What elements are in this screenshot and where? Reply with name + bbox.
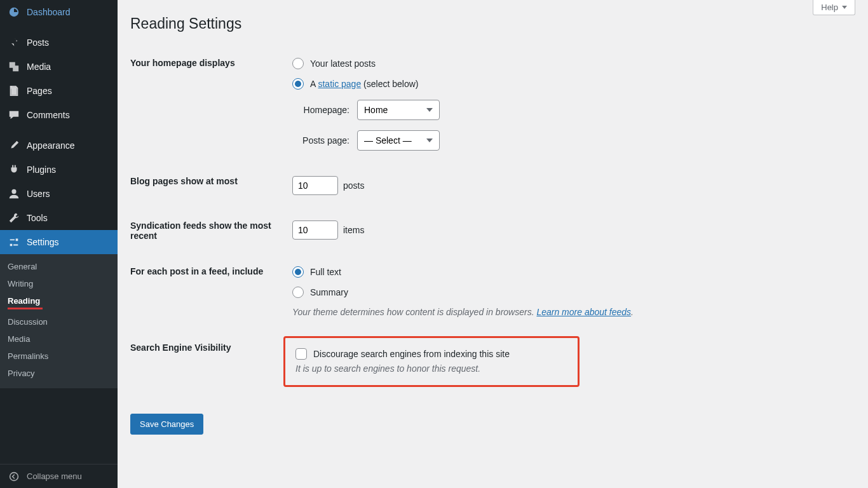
dashboard-icon <box>8 6 20 18</box>
syndication-unit: items <box>343 225 364 235</box>
comment-icon <box>8 109 20 121</box>
blog-pages-input[interactable] <box>292 176 338 195</box>
postspage-select[interactable]: — Select — <box>357 130 440 151</box>
radio-label-full: Full text <box>310 267 341 277</box>
postspage-select-label: Posts page: <box>292 135 349 146</box>
search-visibility-desc: It is up to search engines to honor this… <box>295 363 567 374</box>
pin-icon <box>8 36 20 49</box>
feed-description: Your theme determines how content is dis… <box>292 307 849 317</box>
sidebar-item-posts[interactable]: Posts <box>0 30 118 55</box>
sidebar-item-label: Pages <box>27 86 52 96</box>
save-changes-button[interactable]: Save Changes <box>130 414 203 435</box>
sidebar-item-dashboard[interactable]: Dashboard <box>0 0 118 24</box>
svg-point-2 <box>10 472 18 480</box>
help-label: Help <box>821 3 838 12</box>
svg-point-1 <box>11 189 16 194</box>
sidebar-item-plugins[interactable]: Plugins <box>0 158 118 182</box>
sliders-icon <box>8 236 20 248</box>
sidebar-item-comments[interactable]: Comments <box>0 103 118 127</box>
row-label-homepage: Your homepage displays <box>130 45 292 163</box>
submenu-item-privacy[interactable]: Privacy <box>0 365 118 382</box>
submenu-item-writing[interactable]: Writing <box>0 275 118 292</box>
collapse-icon <box>8 470 20 483</box>
radio-label-latest: Your latest posts <box>310 58 376 69</box>
settings-form: Your homepage displays Your latest posts… <box>130 45 855 400</box>
sidebar-item-label: Users <box>27 189 50 199</box>
user-icon <box>8 187 20 200</box>
sidebar-item-label: Dashboard <box>27 7 71 17</box>
sidebar-item-label: Media <box>27 62 51 72</box>
sidebar-item-label: Comments <box>27 110 70 120</box>
syndication-input[interactable] <box>292 220 338 240</box>
pages-icon <box>8 85 20 97</box>
sidebar-item-pages[interactable]: Pages <box>0 79 118 103</box>
submenu-item-reading[interactable]: Reading <box>0 292 118 313</box>
static-page-link[interactable]: static page <box>318 79 361 89</box>
radio-static-page[interactable] <box>292 78 304 90</box>
admin-sidebar: Dashboard Posts Media Pages Comments App… <box>0 0 118 488</box>
discourage-search-checkbox[interactable] <box>295 348 307 360</box>
highlight-box: Discourage search engines from indexing … <box>283 336 580 387</box>
svg-rect-0 <box>11 87 17 95</box>
homepage-select[interactable]: Home <box>357 100 440 120</box>
sidebar-item-settings[interactable]: Settings <box>0 230 118 254</box>
collapse-label: Collapse menu <box>27 471 82 481</box>
collapse-menu-button[interactable]: Collapse menu <box>0 464 118 488</box>
blog-pages-unit: posts <box>343 180 364 191</box>
brush-icon <box>8 139 20 152</box>
sidebar-item-users[interactable]: Users <box>0 182 118 206</box>
help-tab[interactable]: Help <box>813 0 855 15</box>
row-label-syndication: Syndication feeds show the most recent <box>130 208 292 254</box>
sidebar-item-tools[interactable]: Tools <box>0 206 118 230</box>
wrench-icon <box>8 212 20 224</box>
submenu-item-discussion[interactable]: Discussion <box>0 313 118 330</box>
submenu-item-media[interactable]: Media <box>0 330 118 348</box>
row-label-blog-pages: Blog pages show at most <box>130 163 292 208</box>
page-title: Reading Settings <box>130 0 855 45</box>
radio-full-text[interactable] <box>292 266 304 278</box>
discourage-label: Discourage search engines from indexing … <box>313 349 510 359</box>
caret-down-icon <box>842 6 847 9</box>
sidebar-item-label: Appearance <box>27 140 75 151</box>
sidebar-item-label: Settings <box>27 237 59 247</box>
sidebar-item-appearance[interactable]: Appearance <box>0 133 118 158</box>
media-icon <box>8 60 20 73</box>
submenu-item-general[interactable]: General <box>0 258 118 275</box>
homepage-select-label: Homepage: <box>292 105 349 115</box>
sidebar-item-label: Tools <box>27 213 48 223</box>
row-label-feed-include: For each post in a feed, include <box>130 254 292 330</box>
plug-icon <box>8 163 20 176</box>
submenu-item-permalinks[interactable]: Permalinks <box>0 348 118 365</box>
settings-submenu: General Writing Reading Discussion Media… <box>0 254 118 388</box>
radio-label-summary: Summary <box>310 287 348 297</box>
learn-feeds-link[interactable]: Learn more about feeds <box>536 307 631 317</box>
radio-latest-posts[interactable] <box>292 58 304 69</box>
row-label-search-visibility: Search Engine Visibility <box>130 330 292 400</box>
sidebar-item-media[interactable]: Media <box>0 55 118 79</box>
radio-summary[interactable] <box>292 287 304 298</box>
main-content: Help Reading Settings Your homepage disp… <box>118 0 868 488</box>
radio-label-static: A static page (select below) <box>310 79 418 89</box>
sidebar-item-label: Posts <box>27 37 49 48</box>
sidebar-item-label: Plugins <box>27 165 56 175</box>
